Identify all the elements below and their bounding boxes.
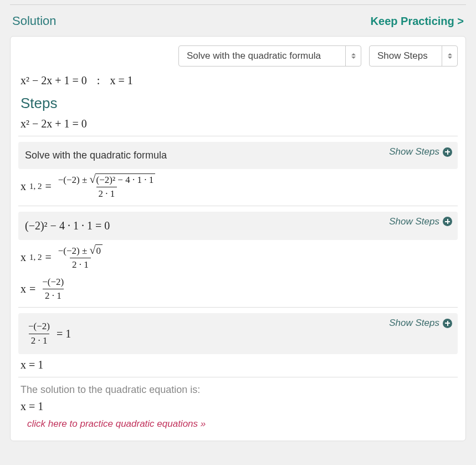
summary-text: The solution to the quadratic equation i…	[21, 384, 458, 396]
method-dropdown[interactable]: Solve with the quadratic formula	[178, 45, 361, 67]
header: Solution Keep Practicing >	[0, 5, 476, 36]
show-steps-toggle[interactable]: Show Steps	[389, 216, 452, 227]
steps-dropdown-label: Show Steps	[370, 46, 442, 66]
plus-icon	[443, 319, 452, 328]
divider	[18, 377, 458, 377]
substep-discriminant: Show Steps (−2)² − 4 · 1 · 1 = 0	[18, 212, 458, 240]
show-steps-label: Show Steps	[389, 146, 439, 157]
show-steps-toggle[interactable]: Show Steps	[389, 318, 452, 329]
equation-answer: x = 1	[110, 74, 132, 87]
top-equation-line: x² − 2x + 1 = 0 : x = 1	[21, 74, 458, 87]
formula-simplified-2: x = −(−2) 2 · 1	[21, 277, 458, 302]
plus-icon	[443, 147, 452, 157]
method-dropdown-label: Solve with the quadratic formula	[179, 46, 345, 66]
plus-icon	[443, 217, 452, 226]
colon-separator: :	[97, 74, 100, 87]
divider	[18, 307, 458, 308]
divider	[18, 206, 458, 206]
steps-heading: Steps	[21, 95, 458, 112]
updown-icon	[442, 46, 457, 66]
substep-evaluate: Show Steps −(−2) 2 · 1 = 1	[18, 313, 458, 354]
solution-panel: Solve with the quadratic formula Show St…	[10, 36, 466, 441]
evaluate-math: −(−2) 2 · 1 = 1	[25, 321, 451, 346]
show-steps-label: Show Steps	[389, 216, 439, 227]
show-steps-toggle[interactable]: Show Steps	[389, 146, 452, 157]
formula-simplified-1: x1, 2 = −(−2) ± √0 2 · 1	[21, 244, 458, 271]
result-line: x = 1	[21, 359, 458, 371]
equation-text: x² − 2x + 1 = 0	[21, 74, 87, 86]
quadratic-formula-line: x1, 2 = −(−2) ± √(−2)² − 4 · 1 · 1 2 · 1	[21, 173, 458, 200]
controls-row: Solve with the quadratic formula Show St…	[18, 45, 458, 67]
substep-label: Solve with the quadratic formula	[25, 150, 451, 161]
keep-practicing-link[interactable]: Keep Practicing >	[371, 15, 464, 28]
practice-link[interactable]: click here to practice quadratic equatio…	[27, 418, 458, 430]
steps-dropdown[interactable]: Show Steps	[369, 45, 458, 67]
step-restate: x² − 2x + 1 = 0	[21, 117, 458, 130]
updown-icon	[345, 46, 361, 66]
final-result: x = 1	[21, 400, 458, 413]
show-steps-label: Show Steps	[389, 318, 439, 329]
divider	[18, 136, 458, 136]
discriminant-math: (−2)² − 4 · 1 · 1 = 0	[25, 219, 451, 232]
substep-quadratic-formula: Show Steps Solve with the quadratic form…	[18, 142, 458, 169]
solution-title: Solution	[12, 14, 57, 28]
